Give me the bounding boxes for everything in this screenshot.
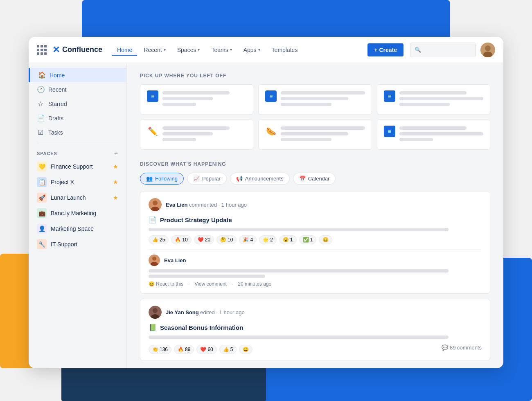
doc-card-6[interactable]: ≡ [377, 119, 490, 150]
top-nav: ✕ Confluence Home Recent ▾ Spaces ▾ Team… [29, 37, 503, 63]
reaction-fire[interactable]: 🔥 10 [171, 235, 191, 244]
tab-popular[interactable]: 📈 Popular [187, 173, 227, 185]
check-emoji: ✅ [303, 237, 309, 243]
clap-emoji: 👏 [152, 347, 158, 352]
recent-docs-grid: ≡ ≡ [140, 84, 490, 150]
itsupport-icon: 🔧 [37, 239, 47, 249]
skeleton-line [162, 132, 213, 135]
sidebar-item-tasks[interactable]: ☑ Tasks [29, 125, 126, 140]
activity-header-1: Eva Lien commented · 1 hour ago [149, 198, 482, 211]
tab-announcements[interactable]: 📢 Announcements [230, 173, 290, 185]
avatar-image [480, 43, 495, 57]
emoji-reactions-1: 👍 25 🔥 10 ❤️ 20 🤔 10 [149, 235, 482, 244]
sidebar-item-starred[interactable]: ☆ Starred [29, 97, 126, 111]
reaction-smile2[interactable]: 😄 [239, 345, 252, 354]
nav-teams[interactable]: Teams ▾ [206, 44, 237, 56]
activity-title-2[interactable]: 📗 Seasonal Bonus Information [149, 324, 482, 331]
nav-apps[interactable]: Apps ▾ [239, 44, 265, 56]
sidebar-item-bancly[interactable]: 💼 Banc.ly Marketing [29, 205, 126, 221]
chevron-down-icon: ▾ [230, 47, 232, 52]
reaction-think[interactable]: 🤔 10 [216, 235, 237, 244]
search-bar[interactable]: 🔍 [410, 43, 476, 57]
reaction-celebrate[interactable]: 🎉 4 [239, 235, 257, 244]
create-button[interactable]: + Create [367, 43, 404, 56]
svg-point-4 [153, 200, 158, 205]
sidebar-item-lunar[interactable]: 🚀 Lunar Launch ★ [29, 190, 126, 205]
comment-section-1: Eva Lien 😄 React to this · View comment … [149, 249, 482, 287]
comment-header-1: Eva Lien [149, 255, 482, 266]
logo[interactable]: ✕ Confluence [52, 45, 102, 55]
skeleton-line [281, 138, 331, 141]
doc-card-3[interactable]: ≡ [377, 84, 490, 115]
main-content: PICK UP WHERE YOU LEFT OFF ≡ ≡ [127, 63, 503, 368]
avatar-svg [480, 43, 495, 57]
skeleton-line [399, 138, 433, 141]
doc-card-5[interactable]: 🌭 [258, 119, 372, 150]
reaction-fire2[interactable]: 🔥 89 [174, 345, 194, 354]
comments-count[interactable]: 💬 89 comments [442, 345, 482, 351]
sidebar-item-drafts[interactable]: 📄 Drafts [29, 111, 126, 125]
reaction-smile[interactable]: 😄 [319, 235, 332, 244]
skeleton-line [149, 228, 449, 231]
svg-point-7 [152, 257, 156, 261]
skeleton-line [399, 91, 467, 95]
reaction-heart2[interactable]: ❤️ 60 [196, 345, 216, 354]
popular-icon: 📈 [193, 176, 200, 182]
thumbsup2-emoji: 👍 [223, 347, 229, 352]
doc-card-4[interactable]: ✏️ [140, 119, 253, 150]
reaction-check[interactable]: ✅ 1 [299, 235, 317, 244]
sidebar-item-home[interactable]: 🏠 Home [29, 68, 126, 82]
skeleton-line [399, 97, 483, 100]
skeleton-line [162, 91, 230, 95]
doc-lines-1 [162, 90, 246, 108]
nav-templates[interactable]: Templates [267, 44, 303, 56]
chevron-down-icon: ▾ [198, 47, 200, 52]
view-comment-link[interactable]: View comment [194, 281, 226, 287]
react-to-this-link[interactable]: 😄 React to this [149, 281, 183, 287]
reaction-heart[interactable]: ❤️ 20 [194, 235, 214, 244]
reaction-star2[interactable]: 🌟 2 [259, 235, 277, 244]
doc-card-1[interactable]: ≡ [140, 84, 253, 115]
nav-home[interactable]: Home [112, 44, 137, 56]
grid-menu-icon[interactable] [37, 45, 47, 55]
tab-calendar[interactable]: 📅 Calendar [293, 173, 336, 185]
sidebar-item-finance[interactable]: 💛 Finance Support ★ [29, 159, 126, 174]
skeleton-line [162, 126, 230, 130]
sidebar-item-projectx[interactable]: 📋 Project X ★ [29, 174, 126, 190]
emoji-reactions-2: 👏 136 🔥 89 ❤️ 60 👍 5 [149, 345, 442, 354]
smile-emoji: 😄 [322, 237, 329, 243]
reaction-clap[interactable]: 👏 136 [149, 345, 171, 354]
sidebar-item-marketing[interactable]: 👤 Marketing Space [29, 221, 126, 237]
skeleton-line [149, 336, 449, 339]
doc-card-2[interactable]: ≡ [258, 84, 372, 115]
doc-icon-5: 🌭 [265, 126, 277, 137]
skeleton-line [281, 126, 365, 130]
reaction-wow[interactable]: 😮 1 [279, 235, 297, 244]
sidebar-item-itsupport[interactable]: 🔧 IT Support [29, 237, 126, 252]
reaction-thumbsup[interactable]: 👍 25 [149, 235, 169, 244]
chevron-down-icon: ▾ [164, 47, 166, 52]
wow-emoji: 😮 [283, 237, 289, 243]
user-avatar[interactable] [480, 43, 495, 57]
add-space-button[interactable]: + [114, 150, 118, 157]
skeleton-line [281, 132, 348, 135]
logo-x: ✕ [52, 45, 60, 55]
activity-card-1: Eva Lien commented · 1 hour ago 📄 Produc… [140, 191, 490, 294]
tasks-icon: ☑ [37, 128, 44, 136]
comment-eva-img [149, 255, 160, 266]
page-icon-2: 📗 [149, 324, 157, 331]
pickup-section-title: PICK UP WHERE YOU LEFT OFF [140, 73, 490, 79]
sidebar-item-recent[interactable]: 🕐 Recent [29, 82, 126, 97]
main-window: ✕ Confluence Home Recent ▾ Spaces ▾ Team… [29, 37, 503, 368]
tab-following[interactable]: 👥 Following [140, 173, 184, 185]
doc-icon-1: ≡ [147, 90, 158, 102]
skeleton-line [281, 91, 365, 95]
nav-spaces[interactable]: Spaces ▾ [172, 44, 205, 56]
discover-section-title: DISCOVER WHAT'S HAPPENING [140, 161, 490, 167]
doc-lines-4 [162, 126, 246, 144]
skeleton-line [281, 97, 348, 100]
skeleton-line [399, 132, 483, 135]
activity-title-1[interactable]: 📄 Product Strategy Update [149, 216, 482, 224]
nav-recent[interactable]: Recent ▾ [139, 44, 170, 56]
reaction-thumbsup2[interactable]: 👍 5 [219, 345, 237, 354]
